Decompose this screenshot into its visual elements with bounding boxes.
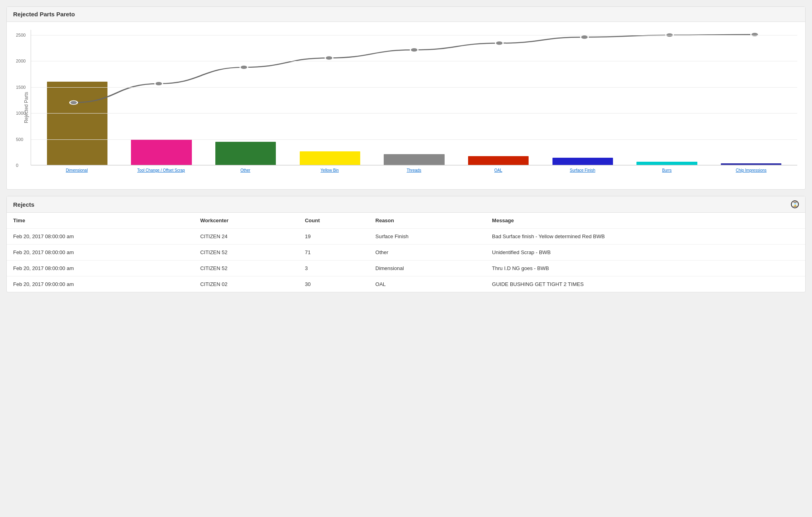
cell-message-0: Bad Surface finish - Yellow determined R… <box>486 229 805 245</box>
y-tick-label: 1500 <box>16 85 25 90</box>
grid-line <box>31 113 797 114</box>
grid-line <box>31 35 797 35</box>
x-label-4[interactable]: Threads <box>372 165 456 185</box>
cell-workcenter-2: CITIZEN 52 <box>194 260 299 276</box>
cell-count-2: 3 <box>299 260 369 276</box>
bar-group <box>372 30 457 165</box>
y-tick-label: 2500 <box>16 33 25 37</box>
table-row: Feb 20, 2017 08:00:00 amCITIZEN 523Dimen… <box>7 260 805 276</box>
cell-reason-1: Other <box>369 245 486 260</box>
bar-group <box>288 30 372 165</box>
download-button[interactable]: ⌛ <box>791 200 799 208</box>
y-tick-label: 500 <box>16 137 23 142</box>
x-labels: DimensionalTool Change / Offset ScrapOth… <box>31 165 797 185</box>
bar-group <box>456 30 541 165</box>
bar-other[interactable] <box>215 142 276 165</box>
bar-yellow-bin[interactable] <box>300 151 360 165</box>
rejects-table-body: Feb 20, 2017 08:00:00 amCITIZEN 2419Surf… <box>7 229 805 292</box>
grid-line <box>31 87 797 88</box>
bar-oal[interactable] <box>468 156 529 165</box>
bar-threads[interactable] <box>384 154 444 165</box>
bar-tool-change-/-offset-scrap[interactable] <box>131 139 191 165</box>
rejects-table-head: Time Workcenter Count Reason Message <box>7 213 805 229</box>
bar-group <box>625 30 709 165</box>
rejects-title: Rejects <box>13 201 34 208</box>
cell-time-2: Feb 20, 2017 08:00:00 am <box>7 260 194 276</box>
col-workcenter: Workcenter <box>194 213 299 229</box>
x-label-2[interactable]: Other <box>203 165 288 185</box>
col-message: Message <box>486 213 805 229</box>
pareto-chart-card: Rejected Parts Pareto Rejected Parts 050… <box>6 6 806 190</box>
col-count: Count <box>299 213 369 229</box>
cell-workcenter-3: CITIZEN 02 <box>194 276 299 292</box>
cell-reason-2: Dimensional <box>369 260 486 276</box>
pareto-chart-title: Rejected Parts Pareto <box>13 11 75 18</box>
cell-time-3: Feb 20, 2017 09:00:00 am <box>7 276 194 292</box>
grid-line <box>31 165 797 166</box>
bars-area <box>31 30 797 165</box>
y-tick-label: 0 <box>16 163 18 168</box>
bar-burrs[interactable] <box>636 162 697 165</box>
x-label-3[interactable]: Yellow Bin <box>287 165 372 185</box>
cell-count-0: 19 <box>299 229 369 245</box>
pareto-chart-header: Rejected Parts Pareto <box>7 7 805 22</box>
table-row: Feb 20, 2017 08:00:00 amCITIZEN 5271Othe… <box>7 245 805 260</box>
table-row: Feb 20, 2017 08:00:00 amCITIZEN 2419Surf… <box>7 229 805 245</box>
bar-group <box>541 30 625 165</box>
bar-group <box>119 30 204 165</box>
cell-workcenter-1: CITIZEN 52 <box>194 245 299 260</box>
rejects-table: Time Workcenter Count Reason Message Feb… <box>7 213 805 292</box>
bar-group <box>35 30 119 165</box>
bar-surface-finish[interactable] <box>552 158 613 165</box>
x-label-7[interactable]: Burrs <box>625 165 709 185</box>
cell-count-1: 71 <box>299 245 369 260</box>
bar-chip-impressions[interactable] <box>721 163 781 165</box>
chart-inner: 05001000150020002500 DimensionalTool Cha… <box>31 30 797 185</box>
cell-workcenter-0: CITIZEN 24 <box>194 229 299 245</box>
bar-group <box>709 30 793 165</box>
bar-group <box>203 30 288 165</box>
rejects-section: Time Workcenter Count Reason Message Feb… <box>7 213 805 292</box>
y-axis-label: Rejected Parts <box>23 92 29 123</box>
x-label-0[interactable]: Dimensional <box>35 165 119 185</box>
x-label-8[interactable]: Chip Impressions <box>709 165 793 185</box>
y-tick-label: 2000 <box>16 59 25 63</box>
rejects-header: Rejects ⌛ <box>7 196 805 213</box>
grid-line <box>31 61 797 61</box>
cell-message-1: Unidentified Scrap - BWB <box>486 245 805 260</box>
cell-time-1: Feb 20, 2017 08:00:00 am <box>7 245 194 260</box>
rejects-table-header-row: Time Workcenter Count Reason Message <box>7 213 805 229</box>
chart-area: 05001000150020002500 <box>31 30 797 165</box>
cell-time-0: Feb 20, 2017 08:00:00 am <box>7 229 194 245</box>
col-time: Time <box>7 213 194 229</box>
x-label-5[interactable]: OAL <box>456 165 541 185</box>
rejects-card: Rejects ⌛ Time Workcenter Count Reason M… <box>6 196 806 292</box>
bar-dimensional[interactable] <box>47 82 107 165</box>
col-reason: Reason <box>369 213 486 229</box>
cell-count-3: 30 <box>299 276 369 292</box>
x-label-6[interactable]: Surface Finish <box>541 165 625 185</box>
y-tick-label: 1000 <box>16 111 25 116</box>
table-row: Feb 20, 2017 09:00:00 amCITIZEN 0230OALG… <box>7 276 805 292</box>
x-label-1[interactable]: Tool Change / Offset Scrap <box>119 165 203 185</box>
grid-line <box>31 139 797 140</box>
cell-message-2: Thru I.D NG goes - BWB <box>486 260 805 276</box>
cell-reason-3: OAL <box>369 276 486 292</box>
cell-message-3: GUIDE BUSHING GET TIGHT 2 TIMES <box>486 276 805 292</box>
chart-container: Rejected Parts 05001000150020002500 Dime… <box>7 22 805 189</box>
cell-reason-0: Surface Finish <box>369 229 486 245</box>
